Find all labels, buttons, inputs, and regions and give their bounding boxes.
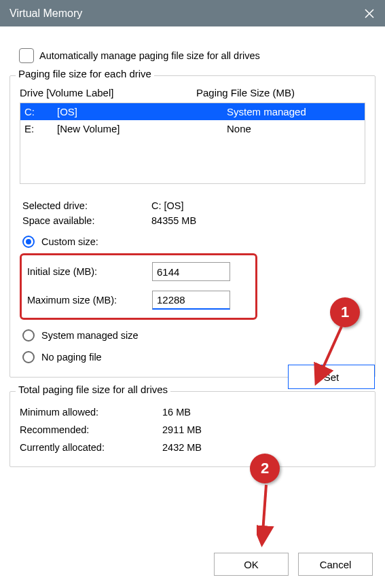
drive-volume: [New Volume] bbox=[57, 123, 227, 134]
custom-size-fields: Initial size (MB): Maximum size (MB): bbox=[20, 253, 257, 320]
minimum-allowed-label: Minimum allowed: bbox=[20, 407, 162, 418]
drives-group: Paging file size for each drive Drive [V… bbox=[10, 75, 375, 378]
drive-table-header: Drive [Volume Label] Paging File Size (M… bbox=[20, 84, 365, 103]
initial-size-label: Initial size (MB): bbox=[27, 266, 143, 277]
radio-icon bbox=[22, 329, 35, 342]
totals-group-legend: Total paging file size for all drives bbox=[16, 384, 170, 395]
close-icon[interactable] bbox=[363, 7, 375, 20]
set-button[interactable]: Set bbox=[288, 365, 375, 389]
auto-manage-label: Automatically manage paging file size fo… bbox=[39, 50, 260, 61]
custom-size-label: Custom size: bbox=[41, 236, 98, 247]
selected-drive-label: Selected drive: bbox=[22, 200, 151, 211]
space-available-value: 84355 MB bbox=[151, 215, 196, 226]
titlebar: Virtual Memory bbox=[0, 0, 385, 26]
cancel-button[interactable]: Cancel bbox=[298, 553, 373, 576]
drive-paging-size: None bbox=[227, 123, 361, 134]
radio-icon bbox=[22, 236, 35, 248]
no-paging-radio-row[interactable]: No paging file bbox=[22, 351, 365, 363]
minimum-allowed-value: 16 MB bbox=[162, 407, 191, 418]
maximum-size-input[interactable] bbox=[152, 291, 230, 310]
maximum-size-label: Maximum size (MB): bbox=[27, 295, 143, 306]
annotation-callout-2: 2 bbox=[250, 454, 280, 483]
no-paging-label: No paging file bbox=[41, 352, 102, 363]
col-size-label: Paging File Size (MB) bbox=[196, 87, 295, 98]
custom-size-radio-row[interactable]: Custom size: bbox=[22, 236, 365, 248]
currently-allocated-label: Currently allocated: bbox=[20, 442, 162, 453]
auto-manage-checkbox[interactable] bbox=[19, 48, 34, 63]
system-managed-label: System managed size bbox=[41, 330, 139, 341]
system-managed-radio-row[interactable]: System managed size bbox=[22, 329, 365, 342]
drive-row[interactable]: C: [OS] System managed bbox=[20, 103, 365, 120]
drive-letter: C: bbox=[24, 106, 57, 117]
totals-group: Total paging file size for all drives Mi… bbox=[10, 391, 375, 467]
selected-drive-value: C: [OS] bbox=[151, 200, 184, 211]
drive-volume: [OS] bbox=[57, 106, 227, 117]
currently-allocated-value: 2432 MB bbox=[162, 442, 202, 453]
drive-paging-size: System managed bbox=[227, 106, 361, 117]
space-available-label: Space available: bbox=[22, 215, 151, 226]
initial-size-input[interactable] bbox=[152, 262, 230, 281]
annotation-arrow-2-icon bbox=[257, 482, 277, 550]
drive-letter: E: bbox=[24, 123, 57, 134]
drive-row[interactable]: E: [New Volume] None bbox=[20, 120, 365, 137]
window-title: Virtual Memory bbox=[10, 7, 82, 20]
svg-line-1 bbox=[262, 485, 266, 542]
recommended-value: 2911 MB bbox=[162, 424, 202, 435]
drives-group-legend: Paging file size for each drive bbox=[16, 68, 154, 79]
col-drive-label: Drive [Volume Label] bbox=[20, 87, 196, 98]
annotation-callout-1: 1 bbox=[330, 297, 360, 327]
ok-button[interactable]: OK bbox=[214, 553, 289, 576]
recommended-label: Recommended: bbox=[20, 424, 162, 435]
radio-icon bbox=[22, 351, 35, 363]
drive-listbox[interactable]: C: [OS] System managed E: [New Volume] N… bbox=[20, 103, 365, 184]
